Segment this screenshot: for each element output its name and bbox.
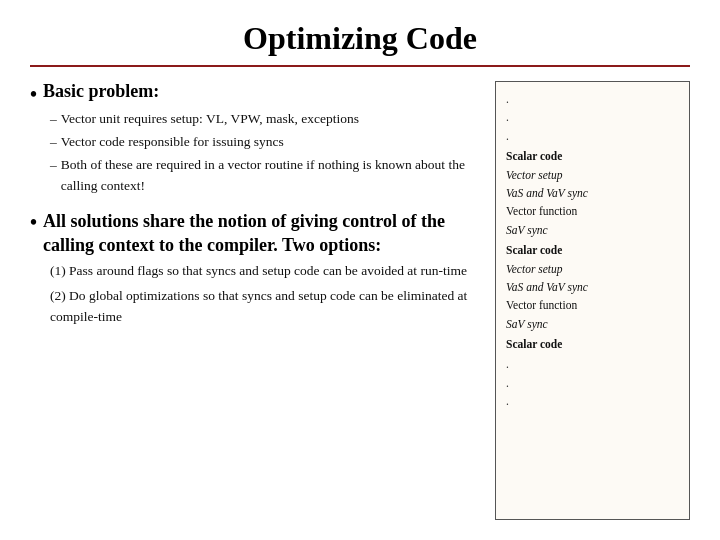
slide: Optimizing Code • Basic problem: – Vecto… <box>0 0 720 540</box>
numbered-item-2: (2) Do global optimizations so that sync… <box>50 286 479 328</box>
dash-1: – <box>50 109 57 130</box>
title-area: Optimizing Code <box>30 20 690 57</box>
bullet-1-container: • Basic problem: – Vector unit requires … <box>30 81 479 199</box>
code-section-1: Scalar code Vector setup VaS and VaV syn… <box>506 147 679 239</box>
sub-item-3: – Both of these are required in a vector… <box>50 155 479 197</box>
numbered-item-1-text: (1) Pass around flags so that syncs and … <box>50 263 467 278</box>
bullet-2-label: All solutions share the notion of giving… <box>43 209 479 258</box>
code-scalar-1: Scalar code <box>506 147 679 165</box>
sub-item-2: – Vector code responsible for issuing sy… <box>50 132 479 153</box>
title-divider <box>30 65 690 67</box>
sub-item-2-text: Vector code responsible for issuing sync… <box>61 132 284 153</box>
sub-item-3-text: Both of these are required in a vector r… <box>61 155 479 197</box>
code-vector-setup-2: Vector setup <box>506 260 679 278</box>
code-vas-vav-sync-2: VaS and VaV sync <box>506 278 679 296</box>
code-box: . . . Scalar code Vector setup VaS and V… <box>495 81 690 520</box>
dots-bottom: . . . <box>506 355 679 410</box>
code-section-2: Scalar code Vector setup VaS and VaV syn… <box>506 241 679 333</box>
bullet-2-main: • All solutions share the notion of givi… <box>30 209 479 258</box>
code-scalar-2: Scalar code <box>506 241 679 259</box>
code-vector-function-1: Vector function <box>506 202 679 220</box>
numbered-item-1: (1) Pass around flags so that syncs and … <box>50 261 479 282</box>
dots-top: . . . <box>506 90 679 145</box>
dot-bottom-3: . <box>506 392 679 410</box>
bullet-1-sublist: – Vector unit requires setup: VL, VPW, m… <box>30 109 479 197</box>
code-vector-setup-1: Vector setup <box>506 166 679 184</box>
sub-item-1-text: Vector unit requires setup: VL, VPW, mas… <box>61 109 359 130</box>
bullet-1-label: Basic problem: <box>43 81 159 102</box>
sub-item-1: – Vector unit requires setup: VL, VPW, m… <box>50 109 479 130</box>
right-column: . . . Scalar code Vector setup VaS and V… <box>495 81 690 520</box>
code-vas-vav-sync-1: VaS and VaV sync <box>506 184 679 202</box>
content-row: • Basic problem: – Vector unit requires … <box>30 81 690 520</box>
code-vector-function-2: Vector function <box>506 296 679 314</box>
bullet-2-dot: • <box>30 209 37 235</box>
code-sav-sync-2: SaV sync <box>506 315 679 333</box>
bullet-1-dot: • <box>30 81 37 107</box>
slide-title: Optimizing Code <box>30 20 690 57</box>
numbered-list: (1) Pass around flags so that syncs and … <box>30 261 479 328</box>
code-scalar-3: Scalar code <box>506 335 679 353</box>
numbered-item-2-text: (2) Do global optimizations so that sync… <box>50 288 467 324</box>
dot-top-3: . <box>506 127 679 145</box>
dash-3: – <box>50 155 57 197</box>
bullet-1-main: • Basic problem: <box>30 81 479 107</box>
dot-bottom-2: . <box>506 374 679 392</box>
dash-2: – <box>50 132 57 153</box>
dot-top-1: . <box>506 90 679 108</box>
bullet-2-container: • All solutions share the notion of givi… <box>30 209 479 332</box>
left-column: • Basic problem: – Vector unit requires … <box>30 81 479 520</box>
dot-bottom-1: . <box>506 355 679 373</box>
code-sav-sync-1: SaV sync <box>506 221 679 239</box>
dot-top-2: . <box>506 108 679 126</box>
code-section-3: Scalar code <box>506 335 679 353</box>
